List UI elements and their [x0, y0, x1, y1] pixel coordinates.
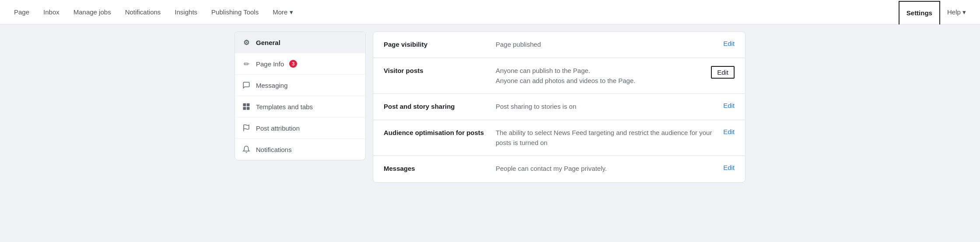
top-navigation: Page Inbox Manage jobs Notifications Ins…: [0, 0, 980, 24]
sidebar-item-general[interactable]: ⚙ General: [235, 32, 365, 53]
page-info-badge: 3: [289, 60, 297, 68]
settings-label-page-visibility: Page visibility: [384, 40, 489, 48]
settings-value-audience-optimisation: The ability to select News Feed targetin…: [489, 128, 716, 148]
nav-notifications[interactable]: Notifications: [118, 0, 168, 24]
settings-label-audience-optimisation: Audience optimisation for posts: [384, 128, 489, 136]
sidebar-item-notifications[interactable]: Notifications: [235, 139, 365, 160]
settings-edit-page-visibility[interactable]: Edit: [723, 40, 735, 47]
svg-rect-2: [243, 107, 246, 110]
settings-edit-visitor-posts[interactable]: Edit: [711, 66, 735, 79]
settings-value-messages: People can contact my Page privately.: [489, 164, 716, 174]
settings-value-page-visibility: Page published: [489, 40, 716, 50]
svg-rect-3: [247, 107, 250, 110]
messaging-icon: [242, 81, 251, 90]
nav-inbox[interactable]: Inbox: [36, 0, 66, 24]
svg-rect-1: [247, 104, 250, 107]
sidebar-item-templates[interactable]: Templates and tabs: [235, 96, 365, 118]
settings-edit-post-story-sharing[interactable]: Edit: [723, 102, 735, 109]
sidebar-item-messaging[interactable]: Messaging: [235, 75, 365, 96]
nav-manage-jobs[interactable]: Manage jobs: [66, 0, 118, 24]
nav-page[interactable]: Page: [7, 0, 36, 24]
settings-label-post-story-sharing: Post and story sharing: [384, 102, 489, 110]
svg-rect-0: [243, 104, 246, 107]
settings-row-visitor-posts: Visitor posts Anyone can publish to the …: [373, 58, 745, 94]
sidebar-label-page-info: Page Info: [256, 60, 284, 68]
sidebar-item-page-info[interactable]: ✏ Page Info 3: [235, 53, 365, 75]
settings-row-audience-optimisation: Audience optimisation for posts The abil…: [373, 120, 745, 156]
settings-value-post-story-sharing: Post sharing to stories is on: [489, 102, 716, 112]
sidebar-label-notifications: Notifications: [256, 146, 292, 153]
sidebar-label-post-attribution: Post attribution: [256, 124, 300, 132]
settings-content: Page visibility Page published Edit Visi…: [373, 31, 746, 183]
sidebar-item-post-attribution[interactable]: Post attribution: [235, 118, 365, 139]
settings-label-visitor-posts: Visitor posts: [384, 66, 489, 74]
settings-row-page-visibility: Page visibility Page published Edit: [373, 32, 745, 58]
pencil-icon: ✏: [242, 59, 251, 68]
settings-edit-audience-optimisation[interactable]: Edit: [723, 128, 735, 135]
nav-settings[interactable]: Settings: [899, 1, 940, 24]
settings-row-post-story-sharing: Post and story sharing Post sharing to s…: [373, 94, 745, 120]
nav-publishing-tools[interactable]: Publishing Tools: [204, 0, 266, 24]
nav-insights[interactable]: Insights: [168, 0, 204, 24]
nav-help[interactable]: Help ▾: [940, 0, 973, 24]
settings-edit-messages[interactable]: Edit: [723, 164, 735, 171]
gear-icon: ⚙: [242, 38, 251, 47]
settings-row-messages: Messages People can contact my Page priv…: [373, 156, 745, 182]
settings-value-visitor-posts: Anyone can publish to the Page.Anyone ca…: [489, 66, 704, 86]
sidebar-label-messaging: Messaging: [256, 82, 288, 89]
main-layout: ⚙ General ✏ Page Info 3 Messaging Tem: [228, 24, 752, 242]
grid-icon: [242, 102, 251, 111]
settings-label-messages: Messages: [384, 164, 489, 172]
sidebar-label-general: General: [256, 39, 280, 46]
sidebar: ⚙ General ✏ Page Info 3 Messaging Tem: [234, 31, 366, 160]
sidebar-label-templates: Templates and tabs: [256, 103, 313, 111]
flag-icon: [242, 124, 251, 132]
bell-icon: [242, 145, 251, 154]
nav-more[interactable]: More ▾: [266, 0, 300, 24]
